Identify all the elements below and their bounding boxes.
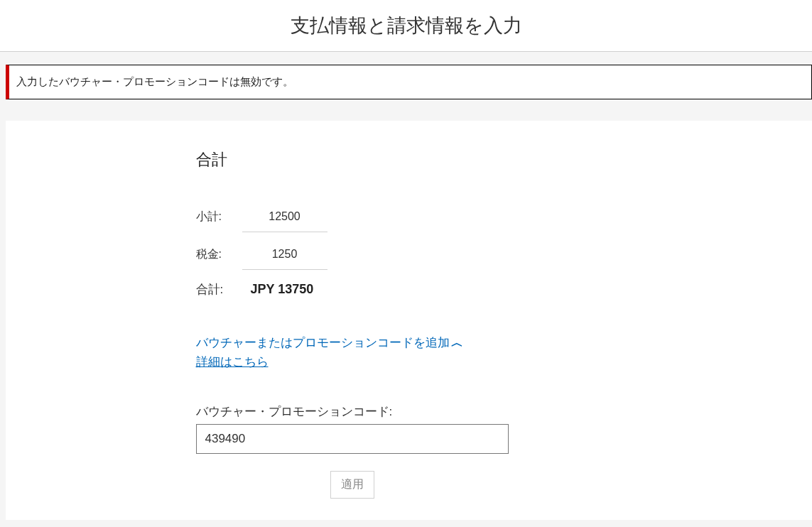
subtotal-label: 小計: xyxy=(196,210,242,224)
divider xyxy=(0,51,812,52)
promo-toggle-label: バウチャーまたはプロモーションコードを追加 xyxy=(196,333,450,352)
total-label: 合計: xyxy=(196,281,242,298)
chevron-up-icon: ︿ xyxy=(451,333,463,352)
promo-links: バウチャーまたはプロモーションコードを追加 ︿ 詳細はこちら xyxy=(196,333,629,371)
subtotal-row: 小計: 12500 xyxy=(196,199,629,234)
tax-row: 税金: 1250 xyxy=(196,237,629,272)
tax-value: 1250 xyxy=(242,244,327,265)
row-divider xyxy=(242,232,327,232)
promo-code-input[interactable] xyxy=(196,424,509,454)
promo-details-link[interactable]: 詳細はこちら xyxy=(196,352,269,371)
summary-card: 合計 小計: 12500 税金: 1250 合計: JPY 13750 バウチャ… xyxy=(6,121,812,520)
promo-field-block: バウチャー・プロモーションコード: 適用 xyxy=(196,403,629,499)
total-row: 合計: JPY 13750 xyxy=(196,274,629,305)
promo-field-label: バウチャー・プロモーションコード: xyxy=(196,403,629,420)
tax-label: 税金: xyxy=(196,247,242,262)
promo-toggle[interactable]: バウチャーまたはプロモーションコードを追加 ︿ xyxy=(196,333,463,352)
row-divider xyxy=(242,269,327,270)
total-value: JPY 13750 xyxy=(251,282,314,297)
error-alert: 入力したバウチャー・プロモーションコードは無効です。 xyxy=(6,65,812,99)
subtotal-value: 12500 xyxy=(242,206,327,227)
error-alert-text: 入力したバウチャー・プロモーションコードは無効です。 xyxy=(16,75,804,89)
apply-button[interactable]: 適用 xyxy=(330,471,374,499)
page-title: 支払情報と請求情報を入力 xyxy=(0,0,812,51)
summary-heading: 合計 xyxy=(196,149,629,170)
